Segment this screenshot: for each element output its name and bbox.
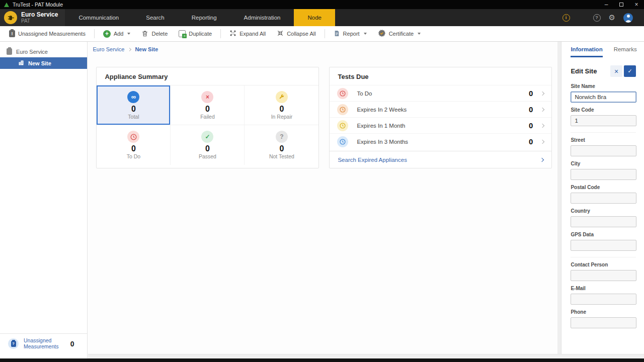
- gear-icon[interactable]: ⚙: [609, 13, 615, 22]
- sidebar-tree: Euro Service New Site ? Unassigned Measu…: [0, 42, 88, 358]
- appliance-summary-card: Appliance Summary ∞ 0 Total × 0 Failed: [96, 67, 319, 168]
- check-icon: ✓: [201, 131, 213, 143]
- nav-item-reporting[interactable]: Reporting: [178, 9, 230, 26]
- delete-label: Delete: [151, 31, 168, 37]
- unassigned-measurements-status[interactable]: ? Unassigned Measurements 0: [0, 333, 87, 353]
- postal-code-label: Postal Code: [571, 185, 636, 190]
- tests-due-title: Tests Due: [330, 67, 551, 85]
- nav-item-search[interactable]: Search: [132, 9, 178, 26]
- building-icon: [18, 60, 24, 67]
- delete-button[interactable]: Delete: [136, 28, 173, 40]
- collapse-all-button[interactable]: Collapse All: [272, 28, 320, 40]
- expand-all-button[interactable]: Expand All: [224, 28, 271, 40]
- tile-not-tested[interactable]: ? 0 Not Tested: [245, 125, 318, 165]
- tile-value: 0: [279, 144, 284, 153]
- tree-item-euro-service[interactable]: Euro Service: [0, 46, 87, 57]
- duplicate-icon: [179, 30, 186, 37]
- breadcrumb-current: New Site: [135, 46, 158, 52]
- nav-item-communication[interactable]: Communication: [65, 9, 132, 26]
- tile-label: Not Tested: [269, 153, 294, 159]
- nav-right-icons: i ? ⚙: [562, 9, 644, 26]
- app-logo-icon: [4, 3, 9, 7]
- tile-in-repair[interactable]: 0 In Repair: [245, 85, 318, 125]
- plug-logo-icon: [4, 11, 17, 24]
- breadcrumb: Euro Service New Site: [92, 46, 552, 52]
- site-name-label: Site Name: [571, 83, 636, 89]
- gps-data-input[interactable]: [571, 240, 636, 251]
- duplicate-button[interactable]: Duplicate: [174, 28, 217, 40]
- tab-information[interactable]: Information: [571, 46, 602, 57]
- unassigned-measurements-button[interactable]: ! Unassigned Measurements: [4, 28, 91, 40]
- report-label: Report: [343, 31, 360, 37]
- tests-due-row-2-weeks[interactable]: Expires In 2 Weeks 0: [330, 101, 551, 117]
- window-title: TruTest - PAT Module: [13, 2, 599, 8]
- tile-failed[interactable]: × 0 Failed: [171, 85, 245, 125]
- app-body: Euro Service New Site ? Unassigned Measu…: [0, 42, 644, 358]
- tile-label: Failed: [200, 114, 215, 120]
- window-controls: – ×: [599, 0, 644, 9]
- tab-remarks[interactable]: Remarks: [614, 46, 637, 57]
- chevron-right-icon: [540, 123, 544, 127]
- help-icon[interactable]: ?: [593, 14, 601, 22]
- tile-passed[interactable]: ✓ 0 Passed: [171, 125, 245, 165]
- email-input[interactable]: [571, 294, 636, 305]
- confirm-button[interactable]: ✓: [624, 65, 636, 77]
- phone-input[interactable]: [571, 317, 636, 328]
- duplicate-label: Duplicate: [189, 31, 212, 37]
- street-input[interactable]: [571, 145, 636, 156]
- cancel-button[interactable]: ×: [610, 65, 622, 77]
- row-count: 0: [529, 137, 533, 146]
- tile-total[interactable]: ∞ 0 Total: [97, 85, 171, 125]
- appliance-summary-grid: ∞ 0 Total × 0 Failed 0 In Repai: [97, 85, 318, 165]
- clock-icon: [127, 131, 139, 143]
- row-label: Expires In 2 Weeks: [357, 107, 529, 113]
- tests-due-row-3-months[interactable]: Expires In 3 Months 0: [330, 133, 551, 149]
- maximize-button[interactable]: [614, 0, 629, 9]
- user-avatar[interactable]: [623, 13, 633, 23]
- city-input[interactable]: [571, 169, 636, 180]
- trash-icon: [141, 30, 148, 38]
- nav-item-administration[interactable]: Administration: [230, 9, 294, 26]
- row-label: Expires In 1 Month: [357, 123, 529, 129]
- close-button[interactable]: ×: [629, 0, 644, 9]
- unassigned-measurements-link[interactable]: Unassigned Measurements: [24, 338, 65, 349]
- appliance-summary-title: Appliance Summary: [97, 67, 318, 85]
- wrench-icon: [276, 91, 288, 103]
- horizontal-scrollbar[interactable]: [88, 354, 644, 358]
- tile-to-do[interactable]: 0 To Do: [97, 125, 171, 165]
- nav-bar: Euro Service PAT Communication Search Re…: [0, 9, 644, 26]
- nav-tab-node[interactable]: Node: [294, 9, 335, 26]
- country-input[interactable]: [571, 216, 636, 227]
- row-count: 0: [529, 89, 533, 98]
- site-name-input[interactable]: [571, 92, 636, 103]
- tile-value: 0: [205, 144, 210, 153]
- add-icon: +: [103, 30, 111, 38]
- nav-items: Communication Search Reporting Administr…: [65, 9, 335, 26]
- certificate-button[interactable]: Certificate: [373, 28, 426, 40]
- toolbar-separator: [220, 29, 221, 38]
- chevron-down-icon: [364, 33, 367, 35]
- clipboard-exclamation-icon: !: [9, 30, 15, 37]
- add-button[interactable]: + Add: [98, 28, 136, 40]
- infinity-icon: ∞: [127, 91, 139, 103]
- panel-tabs: Information Remarks: [571, 46, 636, 57]
- site-code-input[interactable]: [571, 115, 636, 126]
- info-icon[interactable]: i: [562, 14, 570, 22]
- panel-divider: [557, 42, 561, 358]
- breadcrumb-parent[interactable]: Euro Service: [93, 46, 124, 52]
- contact-person-input[interactable]: [571, 270, 636, 281]
- tests-due-row-to-do[interactable]: To Do 0: [330, 85, 551, 101]
- expand-icon: [229, 30, 236, 38]
- clock-icon: [337, 88, 348, 99]
- search-expired-appliances-row[interactable]: Search Expired Appliances: [330, 151, 551, 168]
- tests-due-row-1-month[interactable]: Expires In 1 Month 0: [330, 117, 551, 133]
- report-button[interactable]: Report: [329, 28, 372, 40]
- clock-icon: [337, 136, 348, 147]
- contact-person-label: Contact Person: [571, 262, 636, 267]
- search-expired-appliances-link[interactable]: Search Expired Appliances: [338, 157, 540, 163]
- gps-data-label: GPS Data: [571, 232, 636, 237]
- postal-code-input[interactable]: [571, 193, 636, 204]
- minimize-button[interactable]: –: [599, 0, 614, 9]
- tree-item-new-site[interactable]: New Site: [0, 57, 87, 69]
- toolbar-separator: [325, 29, 325, 38]
